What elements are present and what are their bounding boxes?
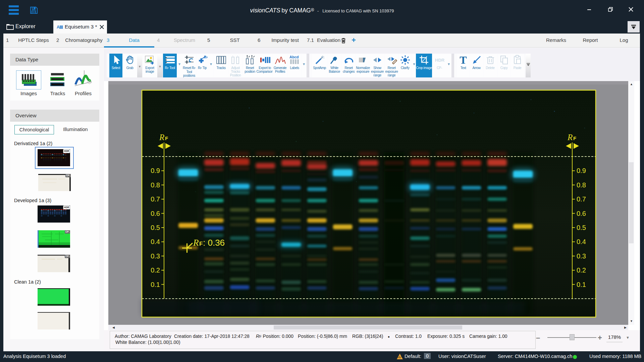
svg-text:0.5: 0.5 <box>151 224 160 231</box>
svg-text:F: F <box>199 241 203 247</box>
svg-text:0.4: 0.4 <box>577 238 586 245</box>
svg-text:0.5: 0.5 <box>577 224 586 231</box>
svg-text:R: R <box>193 238 199 248</box>
svg-text:A: A <box>57 25 60 29</box>
svg-text:T: T <box>460 55 467 65</box>
svg-text:0.7: 0.7 <box>577 195 586 203</box>
svg-text:R: R <box>159 133 164 142</box>
svg-text:R: R <box>567 133 573 142</box>
svg-text:F: F <box>165 135 168 141</box>
svg-text:0.6: 0.6 <box>151 210 160 217</box>
svg-text:0.9: 0.9 <box>577 167 586 174</box>
svg-text:0.3: 0.3 <box>577 252 586 260</box>
svg-text:0.7: 0.7 <box>151 195 160 203</box>
svg-text:0.9: 0.9 <box>151 167 160 174</box>
svg-text:F: F <box>206 56 208 59</box>
svg-text:Abcd: Abcd <box>289 55 299 59</box>
svg-text:0.8: 0.8 <box>151 181 160 189</box>
svg-text:0.1: 0.1 <box>151 281 160 288</box>
svg-text:: 0.36: : 0.36 <box>203 238 225 248</box>
svg-text:0.2: 0.2 <box>577 266 586 274</box>
svg-text:HDR: HDR <box>435 58 445 63</box>
svg-text:0.1: 0.1 <box>577 281 586 288</box>
svg-text:0.3: 0.3 <box>151 252 160 260</box>
svg-text:0.8: 0.8 <box>577 181 586 189</box>
svg-text:0.4: 0.4 <box>151 238 160 245</box>
svg-text:R: R <box>203 55 206 59</box>
svg-text:0.6: 0.6 <box>577 210 586 217</box>
svg-text:0.2: 0.2 <box>151 266 160 274</box>
svg-text:F: F <box>573 135 576 141</box>
